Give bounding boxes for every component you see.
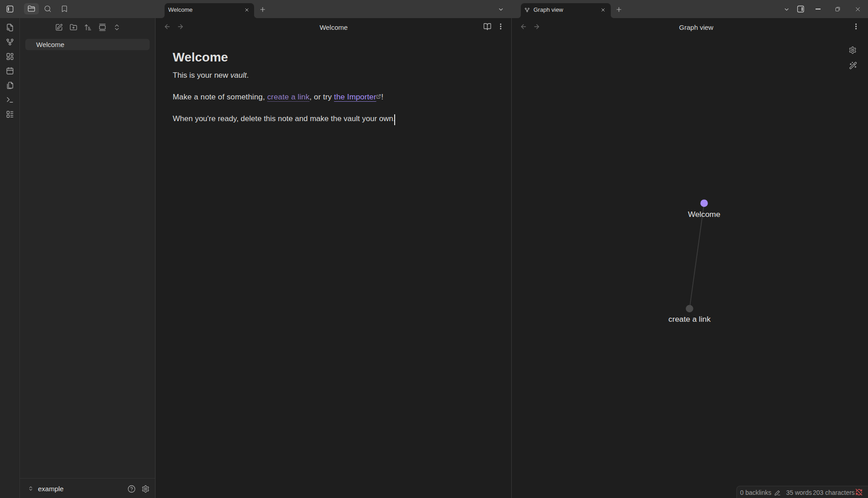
svg-text:create a link: create a link	[669, 315, 711, 324]
svg-text:Welcome: Welcome	[688, 210, 721, 219]
